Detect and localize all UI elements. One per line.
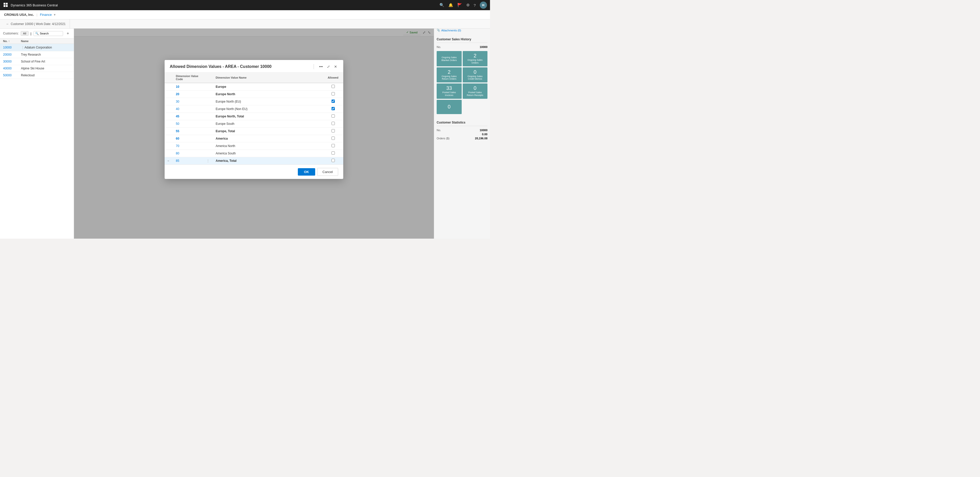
row-dots[interactable] — [204, 98, 213, 105]
tab-label: Customer 10000 | Work Date: 4/12/2021 — [11, 22, 65, 26]
modal-close-button[interactable]: ✕ — [333, 64, 338, 69]
row-context-dots[interactable]: ⋮ — [21, 45, 24, 49]
modal-overlay: Allowed Dimension Values - AREA - Custom… — [74, 29, 434, 238]
filter-all-button[interactable]: All — [21, 31, 28, 36]
gear-icon[interactable]: ⚙ — [466, 3, 469, 7]
ok-button[interactable]: OK — [298, 168, 315, 176]
allowed-checkbox[interactable] — [331, 114, 335, 118]
row-allowed-cell[interactable] — [323, 105, 343, 113]
sales-tile-1[interactable]: 2 Ongoing SalesOrders — [463, 51, 488, 66]
allowed-checkbox[interactable] — [331, 151, 335, 155]
allowed-checkbox[interactable] — [331, 100, 335, 103]
row-arrow — [165, 142, 173, 149]
customer-row[interactable]: 10000 ⋮ Adatum Corporation — [0, 44, 74, 51]
row-dots[interactable] — [204, 83, 213, 91]
row-allowed-cell[interactable] — [323, 83, 343, 91]
row-arrow — [165, 83, 173, 91]
tile-label: Ongoing SalesReturn Orders — [442, 75, 457, 81]
row-code[interactable]: 30 — [173, 98, 204, 105]
search-box[interactable]: 🔍 Search — [33, 31, 63, 36]
col-header-arrow — [165, 73, 173, 83]
nav-arrow: ▾ — [54, 13, 56, 17]
row-dots[interactable] — [204, 105, 213, 113]
row-code[interactable]: 80 — [173, 149, 204, 157]
cancel-button[interactable]: Cancel — [317, 168, 338, 176]
customer-row[interactable]: 40000 Alpine Ski House — [0, 65, 74, 72]
row-allowed-cell[interactable] — [323, 113, 343, 120]
row-name: America — [213, 135, 323, 142]
row-code[interactable]: 85 — [173, 157, 204, 164]
table-row[interactable]: 20 Europe North — [165, 91, 343, 98]
allowed-checkbox[interactable] — [331, 159, 335, 162]
customer-row[interactable]: 50000 Relecloud — [0, 72, 74, 79]
row-dots[interactable] — [204, 149, 213, 157]
customer-row[interactable]: 30000 School of Fine Art — [0, 58, 74, 65]
modal-title: Allowed Dimension Values - AREA - Custom… — [170, 64, 310, 69]
modal-expand-button[interactable]: ⤢ — [326, 64, 331, 69]
table-row[interactable]: → 85 ⋮ America, Total — [165, 157, 343, 164]
row-name: Europe North, Total — [213, 113, 323, 120]
row-dots[interactable] — [204, 113, 213, 120]
allowed-checkbox[interactable] — [331, 85, 335, 88]
nav-module-finance[interactable]: Finance — [40, 13, 52, 17]
row-allowed-cell[interactable] — [323, 98, 343, 105]
row-allowed-cell[interactable] — [323, 142, 343, 149]
allowed-checkbox[interactable] — [331, 122, 335, 125]
search-icon[interactable]: 🔍 — [439, 3, 444, 7]
row-code[interactable]: 40 — [173, 105, 204, 113]
bell-icon[interactable]: 🔔 — [449, 3, 453, 7]
sales-tile-0[interactable]: Ongoing SalesBlanket Orders — [437, 51, 462, 66]
allowed-checkbox[interactable] — [331, 107, 335, 110]
allowed-checkbox[interactable] — [331, 137, 335, 140]
table-row[interactable]: 55 Europe, Total — [165, 127, 343, 135]
customer-no: 10000 — [3, 46, 21, 49]
row-dots[interactable]: ⋮ — [204, 157, 213, 164]
tab-back-arrow[interactable]: ← — [6, 22, 9, 26]
row-allowed-cell[interactable] — [323, 135, 343, 142]
tile-number: 0 — [448, 104, 450, 109]
table-row[interactable]: 30 Europe North (EU) — [165, 98, 343, 105]
row-allowed-cell[interactable] — [323, 127, 343, 135]
sales-tile-4[interactable]: 33 Posted SalesInvoices — [437, 83, 462, 99]
customer-no: 20000 — [3, 53, 21, 56]
row-dots[interactable] — [204, 120, 213, 127]
flag-icon[interactable]: 🚩 — [457, 3, 462, 7]
help-icon[interactable]: ? — [474, 3, 476, 7]
row-dots[interactable] — [204, 142, 213, 149]
table-row[interactable]: 70 America North — [165, 142, 343, 149]
row-name: America South — [213, 149, 323, 157]
sales-tile-6[interactable]: 0 — [437, 100, 462, 114]
row-dots[interactable] — [204, 135, 213, 142]
table-row[interactable]: 80 America South — [165, 149, 343, 157]
row-code[interactable]: 70 — [173, 142, 204, 149]
row-allowed-cell[interactable] — [323, 120, 343, 127]
sales-tile-5[interactable]: 0 Posted SalesReturn Receipts — [463, 83, 488, 99]
table-row[interactable]: 50 Europe South — [165, 120, 343, 127]
add-customer-button[interactable]: + — [65, 31, 71, 36]
tile-label: Ongoing SalesBlanket Orders — [442, 56, 457, 62]
table-row[interactable]: 40 Europe North (Non EU) — [165, 105, 343, 113]
stats-orders-row: Orders ($) 20,196.08 — [437, 136, 487, 140]
row-code[interactable]: 50 — [173, 120, 204, 127]
row-allowed-cell[interactable] — [323, 91, 343, 98]
table-row[interactable]: 45 Europe North, Total — [165, 113, 343, 120]
allowed-checkbox[interactable] — [331, 129, 335, 132]
table-row[interactable]: 60 America — [165, 135, 343, 142]
app-grid-icon[interactable] — [3, 2, 9, 8]
allowed-checkbox[interactable] — [331, 144, 335, 147]
attachments-row[interactable]: 📎 Attachments (0) — [437, 29, 487, 32]
user-avatar[interactable]: IK — [480, 2, 487, 9]
modal-more-button[interactable]: ••• — [318, 64, 324, 69]
sales-tile-2[interactable]: 2 Ongoing SalesReturn Orders — [437, 67, 462, 83]
row-dots[interactable] — [204, 127, 213, 135]
customer-row[interactable]: 20000 Trey Research — [0, 51, 74, 58]
table-header-row: Dimension Value Code Dimension Value Nam… — [165, 73, 343, 83]
tab-customers[interactable]: ← Customer 10000 | Work Date: 4/12/2021 — [2, 19, 70, 29]
row-dots[interactable] — [204, 91, 213, 98]
sales-tile-3[interactable]: 0 Ongoing SalesCredit Memos — [463, 67, 488, 83]
allowed-checkbox[interactable] — [331, 92, 335, 95]
row-allowed-cell[interactable] — [323, 157, 343, 164]
svg-rect-3 — [6, 5, 8, 7]
row-allowed-cell[interactable] — [323, 149, 343, 157]
table-row[interactable]: 10 Europe — [165, 83, 343, 91]
